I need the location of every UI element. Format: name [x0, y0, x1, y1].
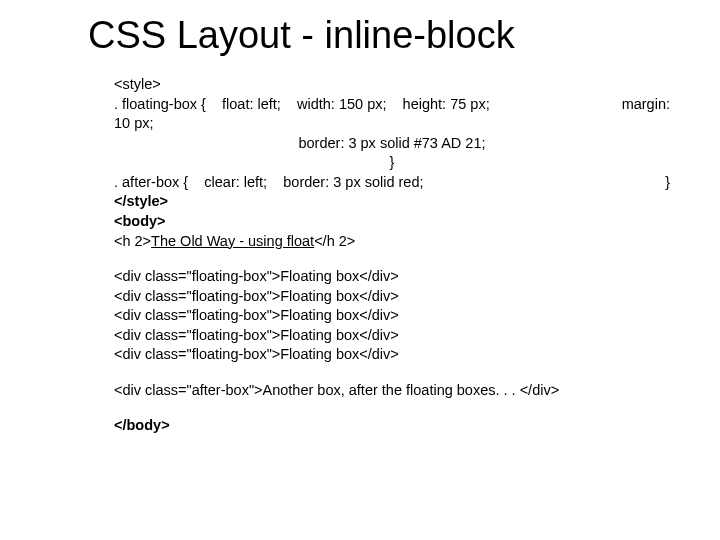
code-block: <style> . floating-box { float: left; wi…	[114, 75, 670, 436]
body-close: </body>	[114, 416, 670, 436]
body-open: <body>	[114, 212, 670, 232]
close-brace-1: }	[114, 153, 670, 173]
div-float-1: <div class="floating-box">Floating box</…	[114, 267, 670, 287]
style-close: </style>	[114, 192, 670, 212]
h2-link: The Old Way - using float	[151, 233, 314, 249]
div-float-3: <div class="floating-box">Floating box</…	[114, 306, 670, 326]
floating-box-rule: . floating-box { float: left; width: 150…	[114, 95, 670, 115]
style-open: <style>	[114, 75, 670, 95]
div-after: <div class="after-box">Another box, afte…	[114, 381, 670, 401]
page-title: CSS Layout - inline-block	[88, 14, 670, 57]
border-green: border: 3 px solid #73 AD 21;	[114, 134, 670, 154]
after-box-rule: . after-box { clear: left; border: 3 px …	[114, 173, 670, 193]
h2-line: <h 2>The Old Way - using float</h 2>	[114, 232, 670, 252]
div-float-4: <div class="floating-box">Floating box</…	[114, 326, 670, 346]
div-float-5: <div class="floating-box">Floating box</…	[114, 345, 670, 365]
div-float-2: <div class="floating-box">Floating box</…	[114, 287, 670, 307]
floating-box-rule-cont: 10 px;	[114, 114, 670, 134]
